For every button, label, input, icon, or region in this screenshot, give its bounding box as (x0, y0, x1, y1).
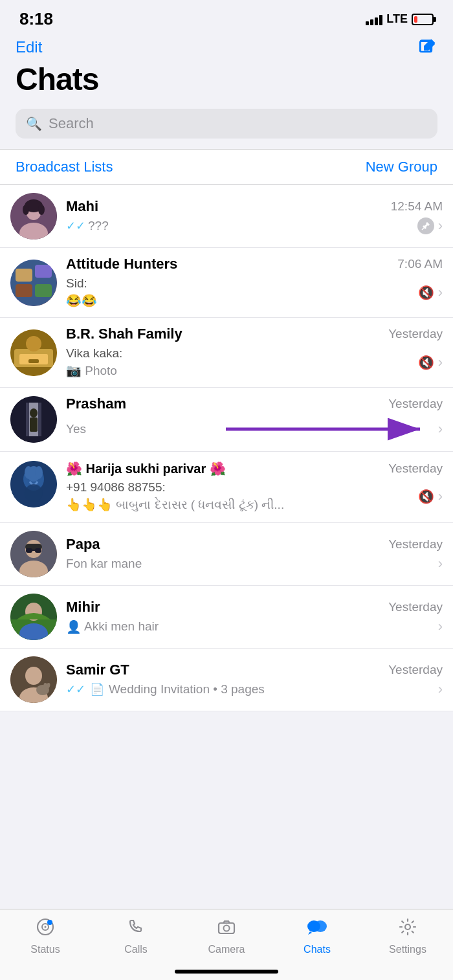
avatar-papa (10, 531, 57, 577)
status-icons: LTE (366, 12, 434, 26)
chat-item-harija[interactable]: 🌺 Harija sukhi parivar 🌺 Yesterday +91 9… (0, 452, 453, 523)
chat-name-prasham: Prasham (66, 395, 382, 412)
chats-icon (306, 917, 328, 941)
chat-item-samir[interactable]: Samir GT Yesterday ✓✓ 📄 Wedding Invitati… (0, 649, 453, 711)
chevron-icon: › (438, 618, 443, 635)
chat-time-prasham: Yesterday (388, 397, 443, 411)
chat-item-br[interactable]: B.R. Shah Family Yesterday Vika kaka:📷 P… (0, 318, 453, 388)
chat-icons-attitude: 🔇 › (418, 284, 443, 301)
chat-time-papa: Yesterday (388, 537, 443, 551)
status-icon (36, 917, 55, 941)
chat-list: Mahi 12:54 AM ✓✓ ??? › (0, 185, 453, 711)
search-bar[interactable]: 🔍 Search (16, 109, 437, 139)
chat-item-attitude[interactable]: Attitude Hunters 7:06 AM Sid:😂😂 🔇 › (0, 248, 453, 318)
chat-time-mahi: 12:54 AM (391, 199, 443, 214)
chat-icons-papa: › (438, 555, 443, 572)
battery-icon (412, 14, 434, 25)
edit-button[interactable]: Edit (16, 38, 42, 56)
chat-time-mihir: Yesterday (388, 600, 443, 614)
header: Edit Chats (0, 34, 453, 104)
svg-point-22 (30, 408, 38, 418)
search-icon: 🔍 (26, 116, 42, 131)
svg-point-31 (25, 484, 43, 502)
svg-point-55 (224, 926, 230, 931)
svg-point-53 (47, 920, 52, 925)
svg-rect-54 (219, 923, 234, 933)
chat-time-samir: Yesterday (388, 663, 443, 677)
svg-rect-36 (26, 548, 32, 553)
avatar-br (10, 329, 57, 376)
tab-calls[interactable]: Calls (91, 917, 181, 955)
chat-item-prasham[interactable]: Prasham Yesterday Yes (0, 388, 453, 452)
avatar-mahi (10, 193, 57, 239)
double-check-icon: ✓✓ (66, 219, 85, 233)
mute-icon-attitude: 🔇 (418, 285, 434, 300)
svg-point-48 (44, 683, 47, 687)
chat-preview-samir: ✓✓ 📄 Wedding Invitation • 3 pages (66, 681, 433, 698)
chat-time-attitude: 7:06 AM (397, 257, 443, 271)
svg-point-30 (35, 466, 43, 479)
double-check-samir: ✓✓ (66, 682, 85, 696)
svg-rect-23 (30, 418, 38, 432)
chat-icons-br: 🔇 › (418, 354, 443, 371)
avatar-prasham (10, 396, 57, 443)
svg-point-49 (47, 683, 50, 687)
chat-name-papa: Papa (66, 536, 382, 553)
chevron-icon: › (438, 681, 443, 698)
mute-icon-harija: 🔇 (418, 489, 434, 504)
page-title: Chats (16, 61, 437, 97)
chat-name-samir: Samir GT (66, 662, 382, 678)
chat-name-attitude: Attitude Hunters (66, 256, 391, 273)
svg-point-17 (26, 336, 41, 351)
svg-rect-18 (28, 359, 39, 363)
camera-icon (217, 917, 236, 941)
action-bar: Broadcast Lists New Group (0, 150, 453, 185)
lte-label: LTE (386, 12, 408, 26)
chevron-icon: › (438, 555, 443, 572)
chevron-icon: › (438, 488, 443, 505)
tab-calls-label: Calls (124, 944, 148, 955)
mute-icon-br: 🔇 (418, 355, 434, 370)
svg-rect-10 (16, 269, 32, 282)
chat-item-mahi[interactable]: Mahi 12:54 AM ✓✓ ??? › (0, 185, 453, 248)
chat-icons-mahi: › (417, 217, 443, 234)
tab-camera[interactable]: Camera (181, 917, 272, 955)
search-placeholder: Search (49, 115, 94, 132)
chat-content-br: B.R. Shah Family Yesterday Vika kaka:📷 P… (66, 326, 443, 379)
svg-rect-11 (35, 265, 52, 278)
chat-name-mihir: Mihir (66, 599, 382, 616)
svg-point-6 (23, 205, 29, 215)
svg-line-8 (422, 228, 424, 230)
tab-chats-label: Chats (304, 944, 331, 955)
svg-point-29 (25, 466, 32, 479)
chat-icons-prasham: › (438, 421, 443, 438)
chat-time-harija: Yesterday (388, 462, 443, 476)
chat-item-papa[interactable]: Papa Yesterday Fon kar mane › (0, 523, 453, 586)
chat-item-mihir[interactable]: Mihir Yesterday 👤 Akki men hair › (0, 586, 453, 649)
header-top: Edit (16, 37, 437, 58)
status-time: 8:18 (19, 9, 53, 29)
chat-content-prasham: Prasham Yesterday Yes (66, 395, 443, 443)
chat-content-harija: 🌺 Harija sukhi parivar 🌺 Yesterday +91 9… (66, 461, 443, 513)
chat-preview-prasham: Yes (66, 415, 433, 443)
chat-preview-mihir: 👤 Akki men hair (66, 618, 433, 636)
tab-status[interactable]: Status (0, 917, 91, 955)
tab-settings[interactable]: Settings (362, 917, 453, 955)
chat-preview-attitude: Sid:😂😂 (66, 275, 413, 309)
tab-status-label: Status (30, 944, 60, 955)
svg-rect-37 (35, 548, 41, 553)
chat-name-br: B.R. Shah Family (66, 326, 382, 342)
compose-button[interactable] (417, 37, 437, 58)
svg-point-44 (25, 667, 42, 685)
new-group-button[interactable]: New Group (366, 159, 437, 175)
broadcast-lists-button[interactable]: Broadcast Lists (16, 159, 113, 175)
tab-camera-label: Camera (208, 944, 245, 955)
svg-point-58 (405, 924, 410, 930)
tab-chats[interactable]: Chats (272, 917, 362, 955)
chat-name-mahi: Mahi (66, 198, 384, 215)
search-container: 🔍 Search (0, 104, 453, 149)
avatar-harija (10, 461, 57, 507)
avatar-mihir (10, 594, 57, 640)
chat-preview-harija: +91 94086 88755: 👆👆👆 બાબુના દેરાસર ( ધનવ… (66, 479, 413, 513)
chat-content-mihir: Mihir Yesterday 👤 Akki men hair › (66, 599, 443, 636)
